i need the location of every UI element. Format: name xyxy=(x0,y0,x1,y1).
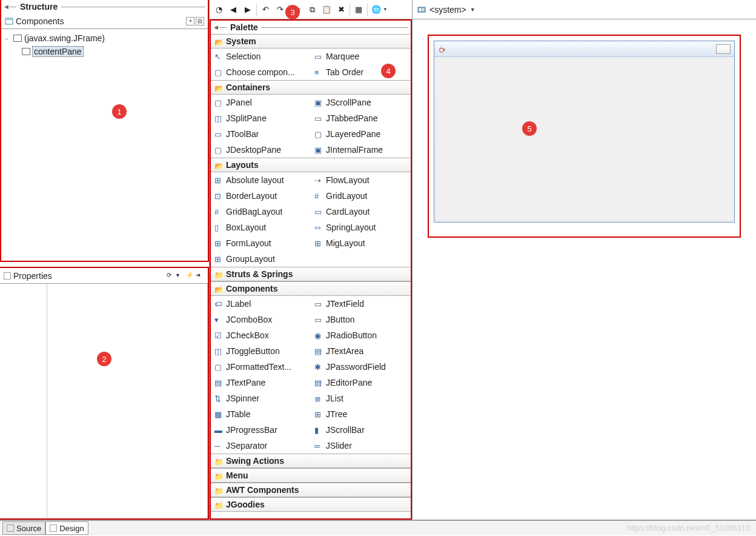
palette-item[interactable]: ▢Choose compon... xyxy=(211,64,311,80)
palette-item[interactable]: ⊞GroupLayout xyxy=(211,251,311,267)
palette-item[interactable]: ▤JEditorPane xyxy=(311,375,411,390)
palette-item[interactable]: ▾JComboBox xyxy=(211,312,311,327)
design-canvas[interactable] xyxy=(428,35,741,238)
palette-item[interactable]: ▭JButton xyxy=(311,312,411,327)
palette-item[interactable]: ▤JTextArea xyxy=(311,343,411,359)
palette-category[interactable]: Struts & Springs xyxy=(211,267,411,281)
properties-table[interactable] xyxy=(0,284,208,518)
palette-item[interactable]: ⇅JSpinner xyxy=(211,390,311,406)
palette-item-label: FlowLayout xyxy=(326,175,370,185)
tree-node-jframe[interactable]: ⌵ (javax.swing.JFrame) xyxy=(5,32,204,45)
palette-item[interactable]: ⇢FlowLayout xyxy=(311,172,411,188)
palette-item[interactable]: #GridBagLayout xyxy=(211,204,311,219)
palette-item[interactable]: ⊡BorderLayout xyxy=(211,188,311,204)
folder-closed-icon xyxy=(214,472,223,479)
delete-icon[interactable]: ✖ xyxy=(334,3,348,16)
undo-icon[interactable]: ↶ xyxy=(259,3,272,16)
palette-category[interactable]: Menu xyxy=(211,468,411,483)
paste-icon[interactable]: 📋 xyxy=(320,3,333,16)
copy-icon[interactable]: ⧉ xyxy=(305,3,319,16)
palette-item[interactable]: ▬JProgressBar xyxy=(211,422,311,438)
palette-item[interactable]: ⊞JTree xyxy=(311,406,411,422)
prop-filter-icon[interactable]: ▾ xyxy=(176,272,185,280)
component-icon: ⊞ xyxy=(314,410,323,418)
palette-item[interactable]: ≡Tab Order xyxy=(311,64,411,80)
palette-category[interactable]: JGoodies xyxy=(211,497,411,512)
palette-item[interactable]: ▢JPanel xyxy=(211,95,311,110)
redo-icon[interactable]: ↷ xyxy=(273,3,287,16)
palette-item[interactable]: ▢JLayeredPane xyxy=(311,126,411,142)
palette-item[interactable]: ◫JSplitPane xyxy=(211,110,311,126)
palette-item[interactable]: ⇿SpringLayout xyxy=(311,219,411,235)
palette-item[interactable]: ⊞FormLayout xyxy=(211,235,311,251)
palette-item[interactable]: ▭JTabbedPane xyxy=(311,110,411,126)
palette-category-label: Struts & Springs xyxy=(226,269,293,279)
palette-item-label: FormLayout xyxy=(226,238,271,248)
tab-source[interactable]: Source xyxy=(2,521,45,535)
component-icon: ▣ xyxy=(314,146,323,154)
component-icon: # xyxy=(314,192,323,200)
palette-item-label: JSlider xyxy=(326,441,352,451)
layout-icon[interactable]: ▦ xyxy=(352,3,365,16)
palette-category[interactable]: Layouts xyxy=(211,158,411,172)
palette-item[interactable]: ≣JList xyxy=(311,390,411,406)
history-icon[interactable]: ◔ xyxy=(212,3,225,16)
palette-item[interactable]: ⊞MigLayout xyxy=(311,235,411,251)
components-tree[interactable]: ⌵ (javax.swing.JFrame) contentPane xyxy=(1,29,208,61)
palette-item[interactable]: ◉JRadioButton xyxy=(311,327,411,343)
nav-back-icon[interactable]: ◀ xyxy=(227,3,240,16)
palette-item[interactable]: ▭JToolBar xyxy=(211,126,311,142)
prop-goto-icon[interactable]: ➜ xyxy=(196,272,204,280)
palette-item-label: JSplitPane xyxy=(226,113,267,123)
palette-item[interactable]: ⊞Absolute layout xyxy=(211,172,311,188)
palette-item[interactable]: ☑JCheckBox xyxy=(211,327,311,343)
dropdown-icon[interactable]: ▼ xyxy=(470,7,476,13)
globe-icon[interactable]: 🌐 xyxy=(370,3,383,16)
palette-item[interactable]: ▣JInternalFrame xyxy=(311,142,411,158)
palette-item[interactable]: ▮JScrollBar xyxy=(311,422,411,438)
component-icon: ⊞ xyxy=(214,239,223,247)
jframe-preview[interactable] xyxy=(434,41,735,223)
collapse-components-button[interactable]: ⊟ xyxy=(196,17,204,25)
palette-item[interactable]: #GridLayout xyxy=(311,188,411,204)
collapse-left-icon[interactable]: ◀ xyxy=(4,4,8,10)
palette-category[interactable]: Containers xyxy=(211,80,411,95)
palette-item-label: JPanel xyxy=(226,98,252,107)
palette-item[interactable]: ▢JDesktopPane xyxy=(211,142,311,158)
folder-open-icon xyxy=(214,161,223,169)
tab-design[interactable]: Design xyxy=(45,521,88,535)
prop-restore-icon[interactable]: ⟳ xyxy=(167,272,175,280)
palette-category[interactable]: System xyxy=(211,34,411,49)
collapse-left-icon[interactable]: ◀ xyxy=(214,24,218,30)
palette-item[interactable]: ◫JToggleButton xyxy=(211,343,311,359)
palette-item[interactable]: 🏷JLabel xyxy=(211,296,311,312)
minimize-button[interactable] xyxy=(716,44,731,54)
nav-fwd-icon[interactable]: ▶ xyxy=(241,3,254,16)
properties-header: Properties ⟳ ▾ ⚡ ➜ xyxy=(0,268,208,284)
palette-item[interactable]: ═JSlider xyxy=(311,438,411,454)
palette-item[interactable]: ▦JTable xyxy=(211,406,311,422)
dropdown-icon[interactable]: ▼ xyxy=(383,7,388,12)
palette-item[interactable]: ▯BoxLayout xyxy=(211,219,311,235)
content-pane-preview[interactable] xyxy=(436,57,734,221)
palette-item[interactable]: ▭CardLayout xyxy=(311,204,411,219)
prop-events-icon[interactable]: ⚡ xyxy=(186,272,194,280)
palette-item[interactable]: ▭JTextField xyxy=(311,296,411,312)
tree-twisty-icon[interactable]: ⌵ xyxy=(5,35,11,41)
palette-category[interactable]: Components xyxy=(211,281,411,296)
palette-item[interactable]: ▤JTextPane xyxy=(211,375,311,390)
palette-item-label: SpringLayout xyxy=(326,223,376,232)
tree-node-contentpane[interactable]: contentPane xyxy=(5,45,204,58)
palette-item[interactable]: ▣JScrollPane xyxy=(311,95,411,110)
palette-item[interactable]: ▭Marquee xyxy=(311,49,411,64)
palette-item[interactable]: ↖Selection xyxy=(211,49,311,64)
palette-item[interactable]: ▢JFormattedText... xyxy=(211,359,311,375)
palette-category[interactable]: Swing Actions xyxy=(211,454,411,468)
palette-item[interactable]: ✱JPasswordField xyxy=(311,359,411,375)
palette-category-label: JGoodies xyxy=(226,500,265,509)
add-component-button[interactable]: ＋ xyxy=(186,17,194,25)
palette-category[interactable]: AWT Components xyxy=(211,483,411,497)
palette-item[interactable]: ─JSeparator xyxy=(211,438,311,454)
java-cup-icon xyxy=(438,45,446,53)
component-icon: ↖ xyxy=(214,52,223,61)
